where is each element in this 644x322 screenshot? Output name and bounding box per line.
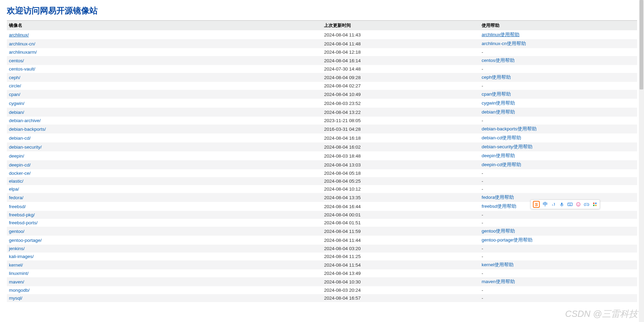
- help-link[interactable]: cygwin使用帮助: [482, 100, 515, 106]
- help-link[interactable]: deepin-cd使用帮助: [482, 162, 521, 167]
- help-link[interactable]: cpan使用帮助: [482, 92, 511, 97]
- mirror-link[interactable]: centos-vault/: [9, 66, 35, 72]
- cell-mirror-name: jenkins/: [7, 245, 322, 253]
- table-row: elastic/2024-08-04 05:25-: [7, 177, 637, 185]
- table-header-row: 镜像名 上次更新时间 使用帮助: [7, 21, 637, 31]
- cell-update-time: 2024-08-04 13:03: [322, 160, 480, 169]
- mirror-link[interactable]: mongodb/: [9, 288, 30, 293]
- mirror-link[interactable]: cpan/: [9, 92, 20, 97]
- mirror-link[interactable]: circle/: [9, 83, 21, 88]
- cell-update-time: 2024-08-04 16:14: [322, 56, 480, 65]
- mirror-link[interactable]: ceph/: [9, 75, 20, 80]
- help-link[interactable]: gentoo使用帮助: [482, 228, 515, 234]
- mirror-link[interactable]: kali-images/: [9, 254, 34, 259]
- table-row: ceph/2024-08-04 09:28ceph使用帮助: [7, 73, 637, 82]
- help-link[interactable]: archlinux使用帮助: [482, 32, 519, 37]
- mirror-link[interactable]: docker-ce/: [9, 171, 31, 176]
- cell-mirror-name: centos/: [7, 56, 322, 65]
- svg-rect-5: [570, 204, 571, 204]
- cell-help: gentoo使用帮助: [480, 227, 637, 236]
- help-link[interactable]: kernel使用帮助: [482, 262, 514, 267]
- mirror-link[interactable]: freebsd-ports/: [9, 220, 37, 225]
- mirror-link[interactable]: deepin/: [9, 153, 24, 159]
- mirror-link[interactable]: linuxmint/: [9, 271, 29, 276]
- mirror-link[interactable]: debian-archive/: [9, 118, 41, 123]
- mirror-link[interactable]: gentoo-portage/: [9, 238, 42, 243]
- cell-mirror-name: docker-ce/: [7, 169, 322, 177]
- mirror-link[interactable]: debian-cd/: [9, 136, 31, 141]
- mirror-link[interactable]: mysql/: [9, 296, 22, 301]
- cell-mirror-name: linuxmint/: [7, 269, 322, 277]
- cell-update-time: 2024-08-04 11:44: [322, 236, 480, 245]
- help-link[interactable]: maven使用帮助: [482, 279, 515, 284]
- help-link[interactable]: ceph使用帮助: [482, 75, 511, 80]
- mirror-link[interactable]: maven/: [9, 279, 24, 285]
- cell-mirror-name: debian/: [7, 108, 322, 117]
- mirror-link[interactable]: centos/: [9, 58, 24, 63]
- table-row: mongodb/2024-08-03 20:24-: [7, 286, 637, 294]
- cell-help: debian使用帮助: [480, 108, 637, 117]
- ime-mic-icon[interactable]: [559, 202, 565, 207]
- help-link[interactable]: deepin使用帮助: [482, 153, 515, 158]
- mirror-link[interactable]: elpa/: [9, 186, 19, 192]
- cell-help: ceph使用帮助: [480, 73, 637, 82]
- cell-mirror-name: deepin-cd/: [7, 160, 322, 169]
- help-link[interactable]: debian-security使用帮助: [482, 144, 533, 149]
- cell-update-time: 2024-08-04 11:48: [322, 39, 480, 48]
- ime-grid-icon[interactable]: [592, 202, 598, 207]
- ime-keyboard-icon[interactable]: [567, 202, 573, 207]
- mirror-link[interactable]: freebsd/: [9, 204, 26, 209]
- ime-toolbar[interactable]: S 中: [530, 200, 600, 209]
- ime-punct-icon[interactable]: [550, 202, 556, 207]
- help-link[interactable]: centos使用帮助: [482, 58, 515, 63]
- cell-update-time: 2024-08-04 13:49: [322, 269, 480, 277]
- cell-update-time: 2024-08-04 02:27: [322, 82, 480, 90]
- cell-help: archlinux使用帮助: [480, 30, 637, 39]
- help-link[interactable]: freebsd使用帮助: [482, 204, 516, 209]
- mirror-link[interactable]: debian-backports/: [9, 127, 46, 132]
- scrollbar-track[interactable]: [639, 0, 644, 307]
- table-row: jenkins/2024-08-04 03:20-: [7, 245, 637, 253]
- mirror-link[interactable]: jenkins/: [9, 246, 25, 251]
- help-link[interactable]: debian-backports使用帮助: [482, 126, 537, 131]
- mirror-link[interactable]: debian-security/: [9, 144, 42, 150]
- mirror-link[interactable]: archlinux-cn/: [9, 41, 35, 46]
- mirror-link[interactable]: archlinux/: [9, 32, 29, 37]
- svg-rect-4: [569, 204, 570, 204]
- table-row: debian/2024-08-04 13:22debian使用帮助: [7, 108, 637, 117]
- mirror-link[interactable]: archlinuxarm/: [9, 50, 37, 55]
- mirror-link[interactable]: deepin-cd/: [9, 162, 31, 168]
- help-link[interactable]: debian使用帮助: [482, 109, 515, 115]
- mirror-link[interactable]: fedora/: [9, 195, 23, 200]
- help-link[interactable]: debian-cd使用帮助: [482, 135, 521, 140]
- cell-help: deepin-cd使用帮助: [480, 160, 637, 169]
- help-link[interactable]: archlinux-cn使用帮助: [482, 41, 526, 46]
- mirror-link[interactable]: cygwin/: [9, 101, 24, 106]
- mirror-link[interactable]: elastic/: [9, 179, 23, 184]
- ime-logo-icon[interactable]: S: [533, 201, 540, 208]
- cell-mirror-name: freebsd-ports/: [7, 219, 322, 227]
- cell-mirror-name: debian-cd/: [7, 133, 322, 142]
- cell-update-time: 2024-08-04 11:43: [322, 30, 480, 39]
- table-row: circle/2024-08-04 02:27-: [7, 82, 637, 90]
- table-row: kernel/2024-08-04 11:54kernel使用帮助: [7, 260, 637, 269]
- cell-update-time: 2024-08-04 05:25: [322, 177, 480, 185]
- mirror-link[interactable]: kernel/: [9, 262, 23, 268]
- ime-lang-toggle[interactable]: 中: [542, 202, 548, 207]
- table-row: deepin/2024-08-03 18:48deepin使用帮助: [7, 151, 637, 160]
- table-row: mysql/2024-08-04 16:57-: [7, 294, 637, 302]
- cell-mirror-name: freebsd-pkg/: [7, 211, 322, 219]
- cell-update-time: 2024-08-04 05:18: [322, 169, 480, 177]
- ime-game-icon[interactable]: [583, 202, 589, 207]
- cell-update-time: 2024-08-04 13:22: [322, 108, 480, 117]
- help-link[interactable]: fedora使用帮助: [482, 195, 514, 200]
- cell-help: -: [480, 169, 637, 177]
- help-link[interactable]: gentoo-portage使用帮助: [482, 237, 533, 243]
- cell-mirror-name: archlinux-cn/: [7, 39, 322, 48]
- cell-mirror-name: kali-images/: [7, 253, 322, 260]
- scrollbar-thumb[interactable]: [640, 0, 643, 89]
- mirror-link[interactable]: freebsd-pkg/: [9, 212, 35, 217]
- ime-emoji-icon[interactable]: [575, 202, 581, 207]
- mirror-link[interactable]: gentoo/: [9, 229, 24, 234]
- mirror-link[interactable]: debian/: [9, 110, 24, 115]
